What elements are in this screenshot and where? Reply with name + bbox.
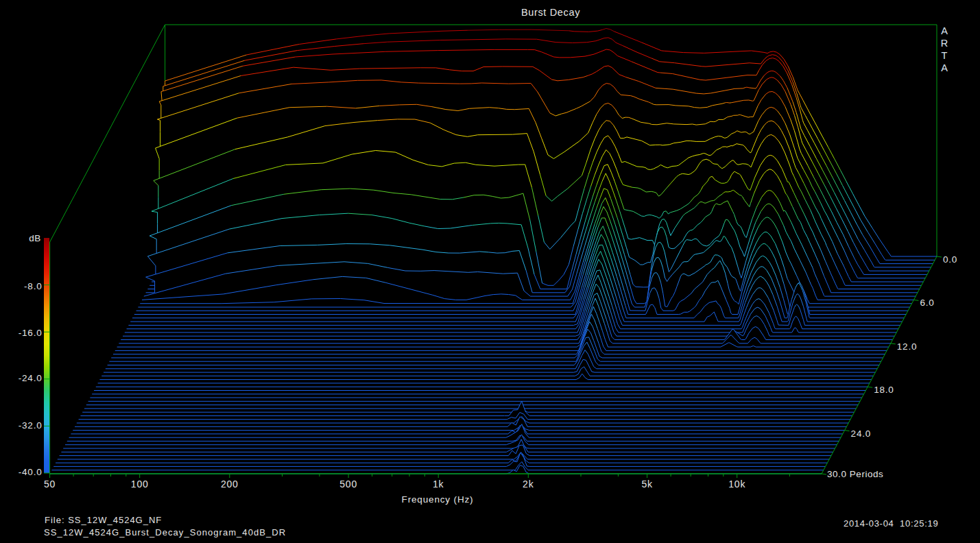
svg-text:-32.0: -32.0: [19, 420, 43, 431]
svg-text:-40.0: -40.0: [19, 467, 43, 477]
svg-text:T: T: [942, 50, 948, 61]
svg-text:File: SS_12W_4524G_NF: File: SS_12W_4524G_NF: [45, 515, 162, 525]
svg-text:1k: 1k: [433, 479, 444, 490]
svg-text:24.0: 24.0: [851, 429, 871, 439]
svg-text:100: 100: [131, 479, 149, 490]
svg-text:-8.0: -8.0: [24, 281, 42, 291]
svg-text:50: 50: [44, 479, 56, 490]
svg-text:30.0 Periods: 30.0 Periods: [827, 469, 883, 479]
svg-text:A: A: [941, 62, 948, 73]
svg-text:Burst Decay: Burst Decay: [521, 7, 580, 18]
svg-text:R: R: [941, 38, 948, 49]
svg-text:2014-03-04 10:25:19: 2014-03-04 10:25:19: [844, 518, 938, 529]
svg-text:A: A: [941, 25, 948, 36]
svg-text:2k: 2k: [523, 479, 534, 490]
svg-text:6.0: 6.0: [920, 298, 934, 308]
svg-text:-24.0: -24.0: [19, 373, 43, 383]
svg-text:SS_12W_4524G_Burst_Decay_Sonog: SS_12W_4524G_Burst_Decay_Sonogram_40dB_D…: [44, 527, 286, 538]
svg-text:200: 200: [221, 479, 239, 490]
svg-text:18.0: 18.0: [874, 385, 894, 395]
svg-text:10k: 10k: [728, 479, 745, 490]
svg-text:5k: 5k: [641, 479, 653, 490]
svg-text:-16.0: -16.0: [19, 328, 43, 338]
svg-text:Frequency (Hz): Frequency (Hz): [402, 494, 474, 505]
svg-text:0.0: 0.0: [943, 254, 957, 265]
svg-text:12.0: 12.0: [897, 341, 917, 352]
svg-text:500: 500: [339, 479, 357, 490]
svg-text:dB: dB: [29, 233, 41, 243]
